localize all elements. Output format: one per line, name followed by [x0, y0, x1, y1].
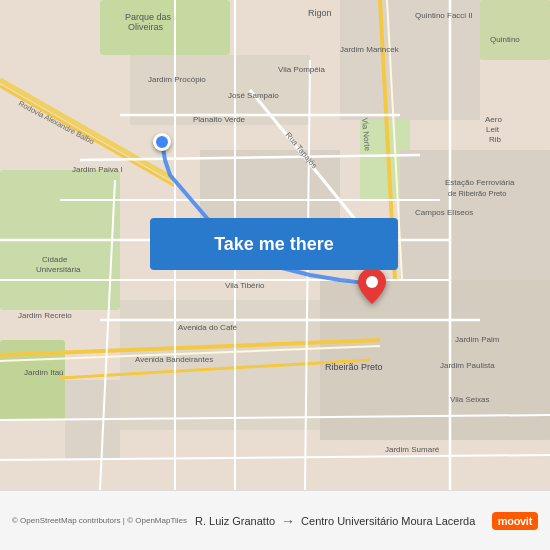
- svg-text:José Sampaio: José Sampaio: [228, 91, 279, 100]
- svg-line-14: [0, 86, 175, 186]
- svg-text:Avenida do Café: Avenida do Café: [178, 323, 238, 332]
- take-me-there-button[interactable]: Take me there: [150, 218, 398, 270]
- svg-rect-2: [0, 170, 120, 310]
- svg-line-28: [0, 455, 550, 460]
- route-destination: Centro Universitário Moura Lacerda: [301, 515, 475, 527]
- svg-line-31: [305, 60, 310, 490]
- map-container: Parque das Oliveiras Rigon Quintino Facc…: [0, 0, 550, 490]
- svg-text:de Ribeirão Preto: de Ribeirão Preto: [448, 189, 506, 198]
- svg-text:Universitária: Universitária: [36, 265, 81, 274]
- svg-text:Avenida Bandeirantes: Avenida Bandeirantes: [135, 355, 213, 364]
- svg-text:Jardim Itaú: Jardim Itaú: [24, 368, 64, 377]
- svg-rect-6: [130, 55, 310, 125]
- svg-text:Rib: Rib: [489, 135, 502, 144]
- svg-line-22: [80, 155, 420, 160]
- origin-marker: [153, 133, 171, 151]
- svg-text:Jardim Paulista: Jardim Paulista: [440, 361, 495, 370]
- svg-text:Rigon: Rigon: [308, 8, 332, 18]
- svg-text:Rua Tapajós: Rua Tapajós: [283, 131, 318, 171]
- svg-text:Jardim Paiva I: Jardim Paiva I: [72, 165, 123, 174]
- svg-line-19: [0, 346, 380, 361]
- route-info: R. Luiz Granatto → Centro Universitário …: [187, 513, 492, 529]
- svg-text:Via Norte: Via Norte: [360, 117, 372, 151]
- svg-rect-10: [120, 300, 320, 430]
- svg-text:Vila Seixas: Vila Seixas: [450, 395, 489, 404]
- svg-rect-5: [480, 0, 550, 60]
- svg-text:Estação Ferroviária: Estação Ferroviária: [445, 178, 515, 187]
- svg-text:Rodovia Alexandre Balbo: Rodovia Alexandre Balbo: [17, 99, 96, 146]
- svg-text:Vila Tibério: Vila Tibério: [225, 281, 265, 290]
- svg-text:Jardim Recreio: Jardim Recreio: [18, 311, 72, 320]
- svg-text:Jardim Palm: Jardim Palm: [455, 335, 500, 344]
- svg-rect-3: [0, 340, 65, 420]
- svg-text:Jardim Procópio: Jardim Procópio: [148, 75, 206, 84]
- svg-line-20: [60, 360, 370, 378]
- svg-line-33: [100, 180, 115, 490]
- svg-line-13: [0, 80, 175, 180]
- svg-point-67: [366, 276, 378, 288]
- svg-line-18: [0, 340, 380, 355]
- moovit-logo: moovit: [492, 512, 538, 530]
- bottom-bar: © OpenStreetMap contributors | © OpenMap…: [0, 490, 550, 550]
- svg-text:Ribeirão Preto: Ribeirão Preto: [325, 362, 383, 372]
- svg-rect-12: [65, 380, 120, 460]
- route-arrow-icon: →: [281, 513, 295, 529]
- svg-rect-4: [360, 120, 410, 200]
- svg-text:Jardim Sumaré: Jardim Sumaré: [385, 445, 440, 454]
- svg-text:Parque das: Parque das: [125, 12, 172, 22]
- svg-rect-9: [400, 150, 550, 290]
- svg-text:Vila Pompéia: Vila Pompéia: [278, 65, 326, 74]
- svg-text:Planalto Verde: Planalto Verde: [193, 115, 246, 124]
- svg-text:Jardim Marincek: Jardim Marincek: [340, 45, 400, 54]
- svg-text:Campos Elíseos: Campos Elíseos: [415, 208, 473, 217]
- route-origin: R. Luiz Granatto: [195, 515, 275, 527]
- svg-rect-8: [340, 0, 480, 120]
- destination-marker: [358, 268, 386, 308]
- svg-text:Leit: Leit: [486, 125, 500, 134]
- svg-line-27: [0, 415, 550, 420]
- moovit-logo-text: moovit: [498, 515, 532, 527]
- svg-rect-1: [100, 0, 230, 55]
- svg-text:Aero: Aero: [485, 115, 502, 124]
- svg-text:Cidade: Cidade: [42, 255, 68, 264]
- svg-text:Quintino Facci II: Quintino Facci II: [415, 11, 473, 20]
- svg-text:Oliveiras: Oliveiras: [128, 22, 164, 32]
- svg-text:Quintino: Quintino: [490, 35, 520, 44]
- map-attribution: © OpenStreetMap contributors | © OpenMap…: [12, 516, 187, 525]
- svg-rect-11: [320, 280, 550, 440]
